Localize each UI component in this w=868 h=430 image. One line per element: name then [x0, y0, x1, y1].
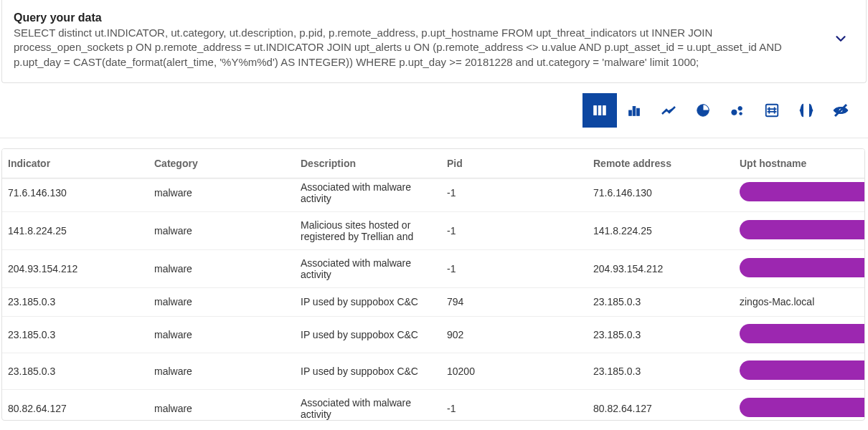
cell-host [740, 251, 864, 287]
cell-remote: 71.6.146.130 [593, 180, 740, 206]
col-indicator[interactable]: Indicator [8, 149, 154, 178]
query-title: Query your data [14, 11, 820, 24]
cell-pid: -1 [447, 180, 593, 206]
cell-pid: 794 [447, 289, 593, 315]
cell-indicator: 23.185.0.3 [8, 322, 154, 348]
table-row[interactable]: 204.93.154.212malwareAssociated with mal… [2, 250, 864, 288]
svg-point-7 [732, 110, 737, 115]
cell-description: IP used by suppobox C&C [301, 358, 447, 384]
redacted-pill [740, 220, 864, 239]
cell-host [740, 391, 864, 420]
cell-indicator: 80.82.64.127 [8, 396, 154, 420]
col-category[interactable]: Category [154, 149, 301, 178]
redacted-pill [740, 324, 864, 343]
col-remote[interactable]: Remote address [593, 149, 740, 178]
table-row[interactable]: 80.82.64.127malwareAssociated with malwa… [2, 390, 864, 420]
pie-chart-button[interactable] [686, 93, 720, 128]
json-view-button[interactable] [789, 93, 824, 128]
table-body[interactable]: 71.6.146.130malwareAssociated with malwa… [2, 178, 864, 420]
table-view-button[interactable] [582, 93, 617, 128]
cell-indicator: 23.185.0.3 [8, 358, 154, 384]
bubble-chart-button[interactable] [720, 93, 755, 128]
cell-category: malware [154, 358, 301, 384]
svg-rect-2 [603, 105, 606, 115]
cell-category: malware [154, 322, 301, 348]
bar-chart-button[interactable] [617, 93, 651, 128]
chart-type-toolbar [0, 83, 868, 138]
cell-host [740, 213, 864, 249]
cell-indicator: 23.185.0.3 [8, 289, 154, 315]
svg-point-9 [740, 113, 742, 115]
hide-view-button[interactable] [824, 93, 858, 128]
cell-description: IP used by suppobox C&C [301, 289, 447, 315]
cell-pid: -1 [447, 396, 593, 420]
cell-pid: 902 [447, 322, 593, 348]
cell-category: malware [154, 256, 301, 282]
cell-pid: -1 [447, 218, 593, 244]
cell-remote: 23.185.0.3 [593, 289, 740, 315]
cell-remote: 23.185.0.3 [593, 358, 740, 384]
cell-category: malware [154, 289, 301, 315]
table-row[interactable]: 71.6.146.130malwareAssociated with malwa… [2, 178, 864, 212]
svg-point-8 [738, 106, 742, 110]
svg-rect-10 [766, 105, 778, 117]
cell-description: Associated with malware activity [301, 178, 447, 211]
table-row[interactable]: 23.185.0.3malwareIP used by suppobox C&C… [2, 353, 864, 390]
line-chart-button[interactable] [651, 93, 686, 128]
cell-category: malware [154, 218, 301, 244]
cell-description: Associated with malware activity [301, 250, 447, 287]
table-row[interactable]: 23.185.0.3malwareIP used by suppobox C&C… [2, 288, 864, 317]
cell-remote: 204.93.154.212 [593, 256, 740, 282]
redacted-pill [740, 360, 864, 380]
table-header: Indicator Category Description Pid Remot… [2, 149, 864, 178]
cell-indicator: 141.8.224.25 [8, 218, 154, 244]
svg-rect-4 [633, 106, 636, 115]
query-sql: SELECT distinct ut.INDICATOR, ut.categor… [14, 26, 820, 70]
cell-indicator: 204.93.154.212 [8, 256, 154, 282]
cell-category: malware [154, 180, 301, 206]
cell-host [740, 178, 864, 211]
cell-pid: -1 [447, 256, 593, 282]
cell-description: Malicious sites hosted or registered by … [301, 212, 447, 249]
query-panel: Query your data SELECT distinct ut.INDIC… [1, 0, 867, 83]
query-text: Query your data SELECT distinct ut.INDIC… [14, 11, 820, 70]
cell-remote: 141.8.224.25 [593, 218, 740, 244]
cell-host [740, 353, 864, 389]
col-host[interactable]: Upt hostname [740, 149, 865, 178]
svg-rect-0 [594, 105, 597, 115]
svg-rect-1 [598, 105, 601, 115]
results-table: Indicator Category Description Pid Remot… [1, 148, 865, 421]
svg-rect-5 [637, 108, 640, 115]
cell-indicator: 71.6.146.130 [8, 180, 154, 206]
col-pid[interactable]: Pid [447, 149, 593, 178]
col-description[interactable]: Description [301, 149, 447, 178]
cell-description: Associated with malware activity [301, 390, 447, 420]
svg-rect-3 [629, 110, 632, 115]
cell-remote: 80.82.64.127 [593, 396, 740, 420]
redacted-pill [740, 398, 864, 417]
table-row[interactable]: 23.185.0.3malwareIP used by suppobox C&C… [2, 317, 864, 353]
cell-pid: 10200 [447, 358, 593, 384]
redacted-pill [740, 182, 864, 201]
number-view-button[interactable] [755, 93, 789, 128]
table-row[interactable]: 141.8.224.25malwareMalicious sites hoste… [2, 212, 864, 250]
redacted-pill [740, 258, 864, 277]
cell-host [740, 317, 864, 353]
cell-category: malware [154, 396, 301, 420]
cell-host: zingos-Mac.local [740, 289, 864, 315]
cell-remote: 23.185.0.3 [593, 322, 740, 348]
expand-chevron-icon[interactable] [829, 27, 853, 54]
cell-description: IP used by suppobox C&C [301, 322, 447, 348]
